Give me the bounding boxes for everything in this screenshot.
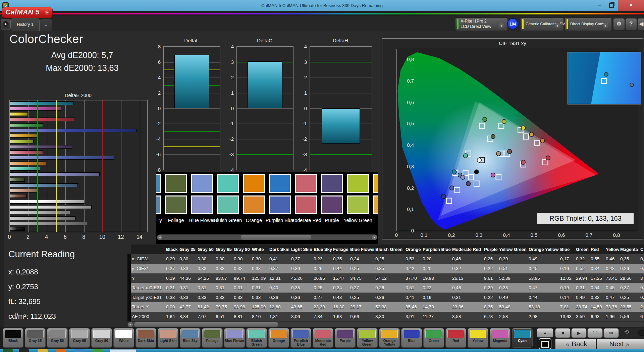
- source-selector[interactable]: Generic Calibration DVD ▼: [520, 17, 564, 31]
- patch-button-moderate-red[interactable]: Moderate Red: [313, 328, 333, 348]
- measured-swatch-moderate-red: [295, 195, 317, 214]
- window-size-button[interactable]: [539, 338, 551, 349]
- patch-label: Red: [446, 339, 466, 343]
- left-splitter[interactable]: [0, 31, 4, 327]
- scroll-left-icon[interactable]: ◄: [128, 322, 133, 327]
- collapse-panel-button[interactable]: ◀: [637, 18, 644, 30]
- chevron-down-icon[interactable]: ▼: [497, 23, 505, 29]
- inset-measured-point: [604, 72, 608, 77]
- taskbar-icon[interactable]: [56, 349, 66, 352]
- patch-label: Orange Yellow: [379, 339, 399, 346]
- patch-button-red[interactable]: Red: [445, 328, 466, 348]
- scrollbar-thumb[interactable]: [241, 235, 311, 240]
- patch-button-gray-65[interactable]: Gray 65: [69, 328, 90, 348]
- table-cell: 0,34: [332, 285, 349, 290]
- patch-button-orange-yellow[interactable]: Orange Yellow: [379, 328, 400, 348]
- cie-title: CIE 1931 xy: [382, 40, 643, 46]
- table-scrollbar[interactable]: ◄: [127, 322, 644, 327]
- table-cell: 0,30: [251, 256, 268, 261]
- row-label: Y: [131, 276, 165, 281]
- patch-button-black[interactable]: Black: [3, 328, 23, 348]
- patch-button-yellow[interactable]: Yellow: [468, 328, 488, 348]
- taskbar-icon[interactable]: [19, 349, 29, 352]
- table-cell: Black: [165, 247, 178, 252]
- table-cell: 0,31: [197, 285, 215, 290]
- table-cell: 0,42: [405, 266, 422, 271]
- patch-button-blue-flower[interactable]: Blue Flower: [224, 328, 245, 348]
- patch-button-white[interactable]: White: [113, 328, 134, 348]
- patch-button-gray-80[interactable]: Gray 80: [91, 328, 112, 348]
- patch-button-purple[interactable]: Purple: [335, 328, 356, 348]
- table-cell: 53,95: [528, 276, 559, 281]
- target-swatch-purple: [321, 174, 343, 193]
- swatch-label-partial: y: [156, 218, 176, 223]
- scroll-left-icon[interactable]: ◄: [157, 235, 162, 240]
- chevron-down-icon[interactable]: ▼: [601, 23, 609, 29]
- close-button[interactable]: ×: [618, 0, 644, 11]
- table-cell: 0,39: [498, 256, 528, 261]
- table-cell: Moderate Red: [451, 247, 483, 252]
- y-tick-label: 0: [231, 105, 234, 111]
- patch-button-green[interactable]: Green: [423, 328, 444, 348]
- chevron-right-icon: »: [624, 341, 632, 348]
- meter-selector[interactable]: X-Rite i1Pro 2LCD Direct View ▼: [455, 17, 508, 31]
- patch-button-gray-35[interactable]: Gray 35: [25, 328, 46, 348]
- taskbar-folder-icon[interactable]: [38, 349, 48, 352]
- table-cell: 0,49: [528, 256, 559, 261]
- patch-button-blue[interactable]: Blue: [401, 328, 422, 348]
- table-cell: 0,49: [498, 295, 528, 300]
- patch-button-foliage[interactable]: Foliage: [202, 328, 223, 348]
- patch-button-cyan[interactable]: Cyan: [512, 328, 533, 348]
- tab-history-1[interactable]: History 1: [11, 18, 40, 31]
- measured-point-bluish-green: [464, 153, 468, 158]
- taskbar-start-icon[interactable]: [3, 349, 13, 352]
- x-tick-label: 10: [99, 234, 105, 240]
- patch-button-purplish-blue[interactable]: Purplish Blue: [290, 328, 311, 348]
- restore-button[interactable]: [605, 0, 617, 11]
- patch-button-bluish-green[interactable]: Bluish Green: [246, 328, 267, 348]
- patch-color: [93, 330, 110, 338]
- patch-button-light-skin[interactable]: Light Skin: [158, 328, 178, 348]
- workspace-expander-button[interactable]: ▶: [1, 19, 11, 30]
- compare-scrollbar[interactable]: ◄ ►: [157, 234, 377, 240]
- deltaL-chart: [163, 46, 220, 170]
- next-button[interactable]: Next»: [597, 339, 644, 349]
- refresh-icon[interactable]: ⟲: [624, 328, 629, 336]
- table-cell: 0,45: [528, 266, 559, 271]
- patch-button-magenta[interactable]: Magenta: [490, 328, 511, 348]
- patch-button-dark-skin[interactable]: Dark Skin: [136, 328, 156, 348]
- help-button[interactable]: ?: [625, 18, 637, 30]
- taskbar-active-app[interactable]: [110, 349, 136, 352]
- patch-button-gray-50[interactable]: Gray 50: [47, 328, 68, 348]
- patch-color: [204, 330, 221, 338]
- chevron-down-icon[interactable]: ▼: [553, 23, 561, 29]
- back-button[interactable]: «Back: [555, 339, 596, 349]
- palette-expand-button[interactable]: ▲: [537, 328, 553, 338]
- row-label: Target Y: [131, 304, 165, 309]
- add-tab-button[interactable]: +: [40, 19, 52, 31]
- scrollbar-thumb[interactable]: [134, 322, 278, 327]
- meter-label: X-Rite i1Pro 2LCD Direct View: [461, 18, 491, 29]
- table-cell: 0,46: [451, 256, 483, 261]
- table-cell: 0,31: [165, 285, 178, 290]
- patch-button-yellow-green[interactable]: Yellow Green: [357, 328, 378, 348]
- taskbar-icon[interactable]: [93, 349, 103, 352]
- scroll-right-icon[interactable]: ►: [372, 235, 377, 240]
- logo-dropdown-icon[interactable]: ▼: [44, 10, 50, 15]
- calman-logo[interactable]: CalMAN 5 ▼: [2, 7, 52, 18]
- play-button[interactable]: ▶: [571, 328, 587, 338]
- minimize-button[interactable]: –: [594, 0, 605, 11]
- patch-button-orange[interactable]: Orange: [268, 328, 289, 348]
- patch-button-blue-sky[interactable]: Blue Sky: [180, 328, 201, 348]
- series-read-button[interactable]: [··]: [587, 328, 603, 338]
- settings-button[interactable]: ⚙: [613, 18, 625, 30]
- windows-taskbar[interactable]: [0, 349, 644, 352]
- record-icon[interactable]: [638, 329, 644, 336]
- taskbar-browser-icon[interactable]: [74, 349, 85, 352]
- display-control-selector[interactable]: Direct Display Control ▼: [565, 17, 612, 31]
- cie-x-tick: 0,3: [476, 232, 483, 238]
- transport-dark-zone: ⟲: [620, 327, 644, 338]
- table-cell: 0,37: [619, 285, 639, 290]
- stop-button[interactable]: ■: [555, 328, 571, 338]
- continuous-read-button[interactable]: ∞: [603, 328, 619, 338]
